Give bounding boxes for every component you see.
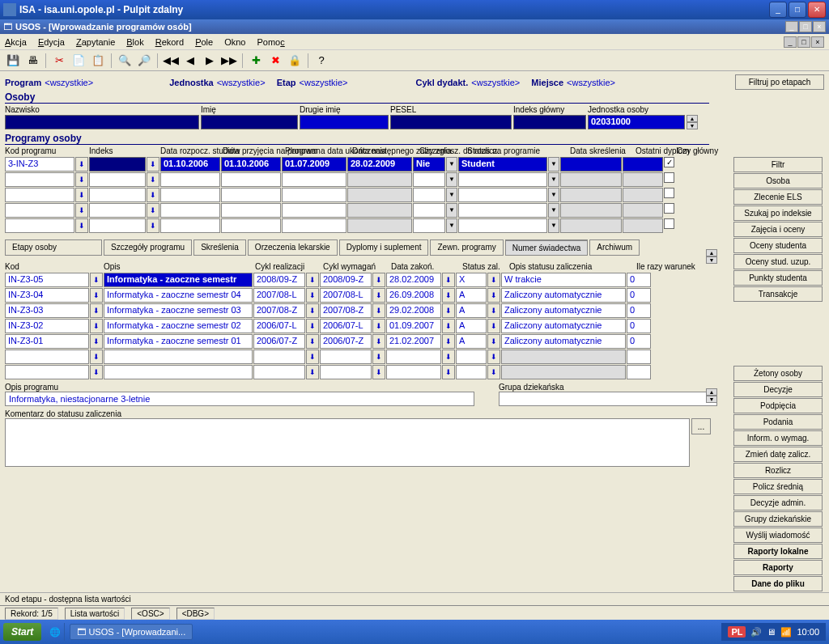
filter-jednostka-value[interactable]: <wszystkie> xyxy=(217,78,274,87)
osoba-button[interactable]: Osoba xyxy=(733,173,823,189)
lov-button[interactable]: ⬇ xyxy=(487,288,500,303)
menu-zapytanie[interactable]: Zapytanie xyxy=(76,37,115,47)
czy-glowny-checkbox[interactable] xyxy=(664,218,674,229)
data-nast-field[interactable] xyxy=(347,218,412,233)
osoby-down[interactable]: ▼ xyxy=(687,122,698,129)
czy-zglosz-field[interactable] xyxy=(413,218,445,233)
lov-button[interactable]: ⬇ xyxy=(487,273,500,287)
etapy-kod-field[interactable]: IN-Z3-01 xyxy=(5,334,89,349)
etapy-opisstat-field[interactable]: Zaliczony automatycznie xyxy=(501,334,626,349)
data-skr-field[interactable] xyxy=(560,218,622,233)
status-field[interactable] xyxy=(458,218,547,233)
filtr-button[interactable]: Filtr xyxy=(733,157,823,172)
drugie-imie-field[interactable] xyxy=(300,115,389,129)
tab-dyplomy[interactable]: Dyplomy i suplement xyxy=(339,239,429,256)
lov-button[interactable]: ⬇ xyxy=(147,188,159,202)
etapy-statusz-field[interactable]: X xyxy=(456,273,487,287)
etapy-cyklr-field[interactable]: 2007/08-Z xyxy=(253,303,305,318)
lov-button[interactable]: ⬇ xyxy=(372,303,385,318)
last-icon[interactable]: ▶▶ xyxy=(221,53,237,69)
lov-button[interactable]: ⬇ xyxy=(487,334,500,349)
lov-button[interactable]: ⬇ xyxy=(147,172,159,187)
indeks-field[interactable] xyxy=(89,218,146,233)
data-przyj-field[interactable] xyxy=(221,172,281,187)
jednostka-osoby-field[interactable]: 02031000 xyxy=(588,115,685,129)
lov-button[interactable]: ⬇ xyxy=(90,288,103,303)
tab-skreslenia[interactable]: Skreślenia xyxy=(193,239,246,256)
ost-dyp-field[interactable] xyxy=(623,172,663,187)
ost-dyp-field[interactable] xyxy=(623,157,663,172)
etapy-statusz-field[interactable]: A xyxy=(456,319,487,333)
indeks-field[interactable] xyxy=(89,157,146,172)
status-field[interactable]: Student xyxy=(458,157,547,172)
taskbar-app[interactable]: 🗔 USOS - [Wprowadzani... xyxy=(70,624,193,640)
add-icon[interactable]: ✚ xyxy=(248,53,264,69)
kod-prog-field[interactable] xyxy=(5,188,74,202)
plan-ukon-field[interactable] xyxy=(282,203,346,218)
etapy-cyklr-field[interactable]: 2007/08-L xyxy=(253,288,305,303)
etapy-opisstat-field[interactable]: Zaliczony automatycznie xyxy=(501,288,626,303)
combo-arrow-icon[interactable]: ▼ xyxy=(446,172,457,187)
etapy-statusz-field[interactable]: A xyxy=(456,334,487,349)
etapy-dataz-field[interactable]: 29.02.2008 xyxy=(386,303,441,318)
menu-edycja[interactable]: Edycja xyxy=(38,37,65,47)
lov-button[interactable]: ⬇ xyxy=(75,172,88,187)
tab-etapy[interactable]: Etapy osoby xyxy=(5,239,102,256)
data-przyj-field[interactable] xyxy=(221,188,281,202)
data-przyj-field[interactable] xyxy=(221,203,281,218)
combo-arrow-icon[interactable]: ▼ xyxy=(446,188,457,202)
lov-button[interactable]: ⬇ xyxy=(75,203,88,218)
lov-button[interactable]: ⬇ xyxy=(90,350,103,364)
etapy-dataz-field[interactable]: 21.02.2007 xyxy=(386,334,441,349)
etapy-dataz-field[interactable] xyxy=(386,350,441,364)
etapy-dataz-field[interactable]: 01.09.2007 xyxy=(386,319,441,333)
lang-indicator[interactable]: PL xyxy=(728,626,746,638)
komentarz-field[interactable] xyxy=(5,418,690,467)
data-rozp-field[interactable]: 01.10.2006 xyxy=(160,157,220,172)
lov-button[interactable]: ⬇ xyxy=(487,303,500,318)
menu-akcja[interactable]: Akcja xyxy=(5,37,27,47)
tray-icon-3[interactable]: 📶 xyxy=(780,627,792,638)
close-button[interactable]: ✕ xyxy=(808,2,826,18)
rozlicz-button[interactable]: Rozlicz xyxy=(733,463,823,478)
etapy-statusz-field[interactable] xyxy=(456,365,487,379)
lov-button[interactable]: ⬇ xyxy=(372,319,385,333)
etapy-cyklw-field[interactable]: 2008/09-Z xyxy=(320,273,372,287)
print-icon[interactable]: 🖶 xyxy=(24,53,40,69)
data-nast-field[interactable]: 28.02.2009 xyxy=(347,157,412,172)
etapy-up[interactable]: ▲ xyxy=(706,388,717,396)
etapy-cyklw-field[interactable]: 2006/07-L xyxy=(320,319,372,333)
etapy-kod-field[interactable] xyxy=(5,365,89,379)
czy-glowny-checkbox[interactable] xyxy=(664,172,674,183)
lov-button[interactable]: ⬇ xyxy=(442,303,455,318)
filter-program-value[interactable]: <wszystkie> xyxy=(45,78,166,87)
plan-ukon-field[interactable] xyxy=(282,218,346,233)
status-field[interactable] xyxy=(458,203,547,218)
lov-button[interactable]: ⬇ xyxy=(147,218,159,233)
menu-pole[interactable]: Pole xyxy=(195,37,213,47)
data-rozp-field[interactable] xyxy=(160,218,220,233)
mdi-minimize[interactable]: _ xyxy=(785,21,798,32)
czy-zglosz-field[interactable] xyxy=(413,188,445,202)
plan-ukon-field[interactable]: 01.07.2009 xyxy=(282,157,346,172)
etapy-opisstat-field[interactable]: W trakcie xyxy=(501,273,626,287)
zmien-button[interactable]: Zmień datę zalicz. xyxy=(733,447,823,462)
tab-szczegoly[interactable]: Szczegóły programu xyxy=(104,239,192,256)
combo-arrow-icon[interactable]: ▼ xyxy=(446,203,457,218)
etapy-kod-field[interactable]: IN-Z3-03 xyxy=(5,303,89,318)
lov-button[interactable]: ⬇ xyxy=(372,365,385,379)
combo-arrow-icon[interactable]: ▼ xyxy=(548,218,559,233)
clock[interactable]: 10:00 xyxy=(797,627,819,637)
etapy-ilerazy-field[interactable]: 0 xyxy=(627,334,651,349)
lov-button[interactable]: ⬇ xyxy=(372,334,385,349)
filter-cykl-value[interactable]: <wszystkie> xyxy=(471,78,528,87)
lov-button[interactable]: ⬇ xyxy=(90,365,103,379)
lov-button[interactable]: ⬇ xyxy=(442,273,455,287)
data-skr-field[interactable] xyxy=(560,188,622,202)
doc-close[interactable]: × xyxy=(811,36,824,48)
lov-button[interactable]: ⬇ xyxy=(75,157,88,172)
kod-prog-field[interactable]: 3-IN-Z3 xyxy=(5,157,74,172)
help-icon[interactable]: ? xyxy=(313,53,329,69)
opis-prog-field[interactable]: Informatyka, niestacjonarne 3-letnie xyxy=(5,392,474,406)
pesel-field[interactable] xyxy=(390,115,512,129)
